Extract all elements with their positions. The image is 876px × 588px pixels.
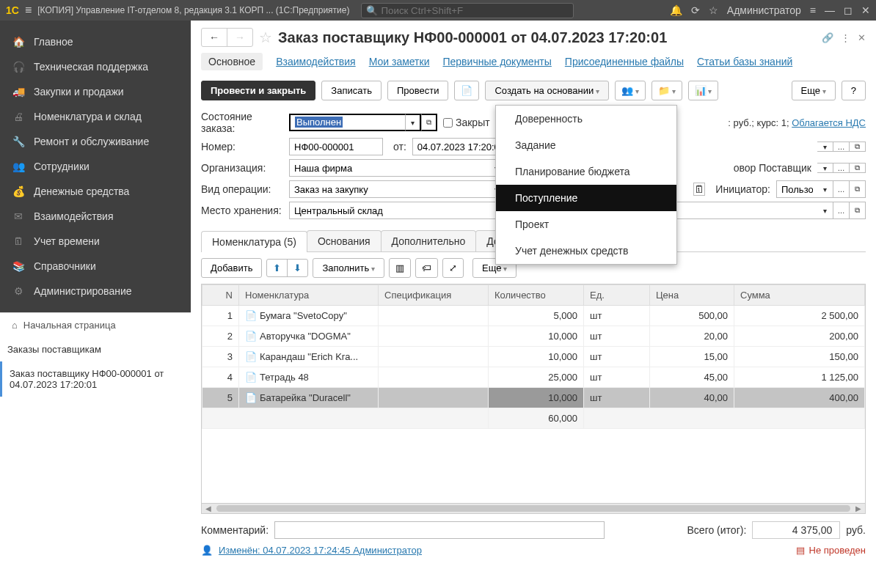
org-field[interactable] bbox=[289, 159, 489, 177]
tab-notes[interactable]: Мои заметки bbox=[369, 56, 430, 67]
tab-main[interactable]: Основное bbox=[201, 53, 263, 70]
users-dropdown-button[interactable]: 👥 bbox=[615, 81, 646, 100]
th-qty[interactable]: Количество bbox=[489, 285, 584, 306]
sidebar-item-repair[interactable]: 🔧Ремонт и обслуживание bbox=[0, 129, 191, 154]
dd-item-project[interactable]: Проект bbox=[496, 211, 676, 238]
status-field[interactable]: Выполнен bbox=[289, 114, 405, 131]
status-open-icon[interactable]: ⧉ bbox=[421, 114, 437, 131]
contractor-open-icon[interactable]: ⧉ bbox=[850, 163, 866, 173]
field-dropdown-icon[interactable]: ▾ bbox=[817, 142, 833, 152]
settings-bars-icon[interactable]: ≡ bbox=[810, 4, 816, 16]
tab-attached-files[interactable]: Присоединенные файлы bbox=[565, 56, 684, 67]
horizontal-scrollbar[interactable]: ◀ ▶ bbox=[201, 504, 866, 514]
favorite-star-icon[interactable]: ☆ bbox=[259, 29, 272, 46]
table-row[interactable]: 2📄Авторучка "DOGMA"10,000шт20,00200,00 bbox=[202, 326, 865, 347]
storage-dropdown-icon[interactable]: ▾ bbox=[817, 202, 833, 219]
status-dropdown-icon[interactable]: ▾ bbox=[405, 114, 421, 131]
sidebar-item-main[interactable]: 🏠Главное bbox=[0, 29, 191, 54]
more-vert-icon[interactable]: ⋮ bbox=[841, 32, 850, 43]
th-name[interactable]: Номенклатура bbox=[239, 285, 379, 306]
storage-ellipsis-icon[interactable]: … bbox=[833, 202, 850, 219]
link-icon[interactable]: 🔗 bbox=[822, 32, 833, 43]
print-icon-button[interactable]: 📄 bbox=[454, 81, 479, 100]
th-n[interactable]: N bbox=[202, 285, 239, 306]
hamburger-icon[interactable]: ≡ bbox=[25, 4, 32, 17]
contractor-dropdown-icon[interactable]: ▾ bbox=[817, 163, 833, 173]
th-spec[interactable]: Спецификация bbox=[379, 285, 489, 306]
star-icon[interactable]: ☆ bbox=[709, 4, 718, 16]
table-row[interactable]: 3📄Карандаш "Erich Kra...10,000шт15,00150… bbox=[202, 347, 865, 367]
stab-basis[interactable]: Основания bbox=[307, 230, 382, 251]
help-button[interactable]: ? bbox=[842, 81, 866, 100]
vat-link[interactable]: Облагается НДС bbox=[792, 117, 866, 128]
calendar-icon[interactable]: 🗓 bbox=[693, 183, 705, 196]
date-field[interactable] bbox=[412, 138, 508, 155]
folder-dropdown-button[interactable]: 📁 bbox=[651, 81, 682, 100]
maximize-icon[interactable]: ◻ bbox=[844, 4, 853, 16]
add-row-button[interactable]: Добавить bbox=[201, 258, 262, 278]
tab-interactions[interactable]: Взаимодействия bbox=[276, 56, 356, 67]
sidebar-item-admin[interactable]: ⚙Администрирование bbox=[0, 279, 191, 304]
field-open-icon[interactable]: ⧉ bbox=[850, 142, 866, 152]
dd-item-budget[interactable]: Планирование бюджета bbox=[496, 158, 676, 185]
create-based-button[interactable]: Создать на основании bbox=[485, 81, 609, 100]
th-sum[interactable]: Сумма bbox=[734, 285, 865, 306]
table-row[interactable]: 4📄Тетрадь 4825,000шт45,001 125,00 bbox=[202, 367, 865, 388]
sidebar-item-stock[interactable]: 🖨Номенклатура и склад bbox=[0, 104, 191, 129]
username-label[interactable]: Администратор bbox=[727, 4, 801, 16]
minimize-icon[interactable]: — bbox=[825, 4, 835, 16]
initiator-dropdown-icon[interactable]: ▾ bbox=[817, 180, 833, 198]
initiator-open-icon[interactable]: ⧉ bbox=[850, 180, 866, 198]
nav-back-button[interactable]: ← bbox=[202, 29, 227, 46]
th-unit[interactable]: Ед. bbox=[584, 285, 650, 306]
move-down-button[interactable]: ⬇ bbox=[288, 260, 307, 276]
tag-button[interactable]: 🏷 bbox=[415, 258, 438, 278]
nav-forward-button[interactable]: → bbox=[227, 29, 252, 46]
scroll-left-icon[interactable]: ◀ bbox=[202, 504, 215, 513]
sidebar-link-current-order[interactable]: Заказ поставщику НФ00-000001 от 04.07.20… bbox=[0, 361, 191, 397]
audit-link[interactable]: Изменён: 04.07.2023 17:24:45 Администрат… bbox=[219, 545, 422, 556]
sidebar-item-interactions[interactable]: ✉Взаимодействия bbox=[0, 204, 191, 229]
operation-field[interactable] bbox=[289, 180, 489, 198]
th-price[interactable]: Цена bbox=[650, 285, 734, 306]
more-button[interactable]: Еще bbox=[792, 81, 836, 100]
sidebar-item-purchases[interactable]: 🚚Закупки и продажи bbox=[0, 79, 191, 104]
initiator-field[interactable] bbox=[776, 180, 817, 198]
global-search[interactable]: 🔍 bbox=[361, 3, 574, 18]
initiator-ellipsis-icon[interactable]: … bbox=[833, 180, 850, 198]
sidebar-link-orders[interactable]: Заказы поставщикам bbox=[0, 337, 191, 361]
post-button[interactable]: Провести bbox=[387, 81, 449, 100]
dd-item-task[interactable]: Задание bbox=[496, 132, 676, 158]
dd-item-power-of-attorney[interactable]: Доверенность bbox=[496, 106, 676, 132]
contractor-ellipsis-icon[interactable]: … bbox=[833, 163, 850, 173]
sidebar-home-page[interactable]: ⌂Начальная страница bbox=[0, 313, 191, 337]
stab-additional[interactable]: Дополнительно bbox=[381, 230, 477, 251]
closed-checkbox[interactable] bbox=[443, 118, 453, 128]
barcode-button[interactable]: ▥ bbox=[389, 258, 411, 278]
bell-icon[interactable]: 🔔 bbox=[670, 4, 682, 16]
move-up-button[interactable]: ⬆ bbox=[267, 260, 288, 276]
expand-button[interactable]: ⤢ bbox=[442, 258, 464, 278]
fill-button[interactable]: Заполнить bbox=[313, 258, 384, 278]
table-row[interactable]: 1📄Бумага "SvetoCopy"5,000шт500,002 500,0… bbox=[202, 306, 865, 326]
tab-primary-docs[interactable]: Первичные документы bbox=[442, 56, 551, 67]
post-and-close-button[interactable]: Провести и закрыть bbox=[201, 81, 315, 100]
dd-item-receipt[interactable]: Поступление bbox=[496, 185, 676, 211]
storage-open-icon[interactable]: ⧉ bbox=[850, 202, 866, 219]
save-button[interactable]: Записать bbox=[321, 81, 382, 100]
field-ellipsis-icon[interactable]: … bbox=[833, 142, 850, 152]
comment-field[interactable] bbox=[274, 521, 605, 539]
sidebar-item-catalogs[interactable]: 📚Справочники bbox=[0, 254, 191, 279]
number-field[interactable] bbox=[289, 138, 383, 155]
stab-nomenclature[interactable]: Номенклатура (5) bbox=[201, 231, 307, 252]
sidebar-item-money[interactable]: 💰Денежные средства bbox=[0, 179, 191, 204]
search-input[interactable] bbox=[381, 5, 569, 16]
scroll-right-icon[interactable]: ▶ bbox=[852, 504, 865, 513]
history-icon[interactable]: ⟳ bbox=[691, 4, 700, 16]
scroll-thumb[interactable] bbox=[216, 505, 850, 512]
sidebar-item-support[interactable]: 🎧Техническая поддержка bbox=[0, 54, 191, 79]
sidebar-item-time[interactable]: 🗓Учет времени bbox=[0, 229, 191, 254]
table-row[interactable]: 5📄Батарейка "Duracell"10,000шт40,00400,0… bbox=[202, 388, 865, 408]
close-doc-icon[interactable]: ✕ bbox=[858, 32, 866, 43]
closed-checkbox-wrap[interactable]: Закрыт bbox=[443, 117, 490, 128]
